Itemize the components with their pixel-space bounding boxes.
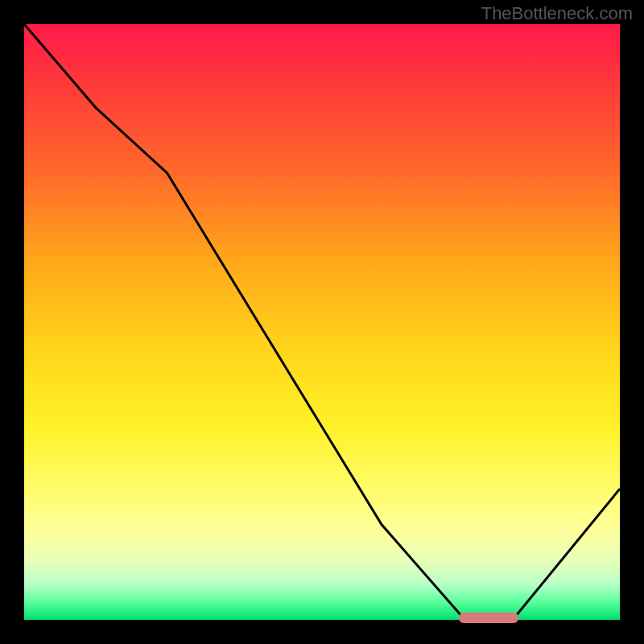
chart-plot-area	[24, 24, 620, 620]
watermark-text: TheBottleneck.com	[481, 3, 633, 24]
bottleneck-curve	[24, 24, 620, 620]
optimal-range-marker	[459, 613, 518, 623]
